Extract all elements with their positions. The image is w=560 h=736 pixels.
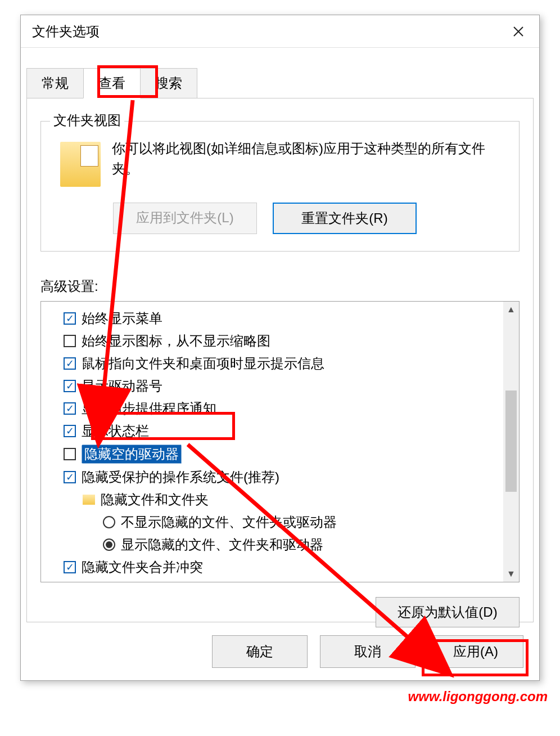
tab-content: 文件夹视图 你可以将此视图(如详细信息或图标)应用于这种类型的所有文件夹。 应用… [26,98,534,622]
list-item-label: 始终显示菜单 [82,309,162,327]
list-item-label: 隐藏文件和文件夹 [101,491,209,509]
cancel-button[interactable]: 取消 [320,635,416,668]
checkbox[interactable]: ✓ [64,561,76,573]
list-item[interactable]: 不显示隐藏的文件、文件夹或驱动器 [64,511,500,533]
watermark-text: www.ligonggong.com [408,689,548,704]
close-button[interactable] [504,17,532,46]
tab-strip: 常规 查看 搜索 [21,68,539,98]
dialog-buttons: 确定 取消 应用(A) [212,635,523,668]
list-item-label: 显示驱动器号 [82,377,162,395]
titlebar: 文件夹选项 [21,15,539,48]
folder-options-dialog: 文件夹选项 常规 查看 搜索 文件夹视图 你可以将此视图(如详细信息或图标)应用… [20,15,540,681]
list-item[interactable]: ✓鼠标指向文件夹和桌面项时显示提示信息 [64,352,500,375]
list-item[interactable]: 隐藏已知文件类型的扩展名 [64,578,500,582]
list-item-label: 显示状态栏 [82,422,149,440]
list-item-label: 隐藏空的驱动器 [82,445,182,464]
scroll-down-icon[interactable]: ▼ [503,566,519,582]
list-item[interactable]: ✓显示驱动器号 [64,375,500,397]
folder-view-group: 文件夹视图 你可以将此视图(如详细信息或图标)应用于这种类型的所有文件夹。 应用… [40,121,520,252]
list-item[interactable]: 隐藏文件和文件夹 [64,488,500,511]
checkbox[interactable] [64,335,76,347]
checkbox[interactable]: ✓ [64,402,76,415]
radio[interactable] [103,538,115,551]
ok-button[interactable]: 确定 [212,635,308,668]
checkbox[interactable]: ✓ [64,425,76,437]
checkbox[interactable]: ✓ [64,471,76,483]
list-item-label: 始终显示图标，从不显示缩略图 [82,332,270,350]
list-item-label: 不显示隐藏的文件、文件夹或驱动器 [121,513,337,531]
list-item-label: 隐藏已知文件类型的扩展名 [82,581,243,582]
checkbox[interactable]: ✓ [64,357,76,370]
scroll-up-icon[interactable]: ▲ [503,302,519,317]
folder-view-group-title: 文件夹视图 [50,111,124,129]
list-item[interactable]: ✓隐藏受保护的操作系统文件(推荐) [64,466,500,488]
checkbox[interactable] [64,448,76,460]
advanced-settings-list[interactable]: ✓始终显示菜单始终显示图标，从不显示缩略图✓鼠标指向文件夹和桌面项时显示提示信息… [40,301,520,582]
tab-general[interactable]: 常规 [26,68,84,98]
list-item-label: 隐藏受保护的操作系统文件(推荐) [82,468,279,486]
list-item-label: 显示隐藏的文件、文件夹和驱动器 [121,536,323,554]
list-item-label: 鼠标指向文件夹和桌面项时显示提示信息 [82,354,324,373]
folder-icon [60,142,101,187]
tab-search[interactable]: 搜索 [140,68,197,98]
restore-defaults-button[interactable]: 还原为默认值(D) [376,597,520,627]
folder-view-description: 你可以将此视图(如详细信息或图标)应用于这种类型的所有文件夹。 [112,138,505,179]
scrollbar[interactable]: ▲ ▼ [503,302,519,582]
apply-button[interactable]: 应用(A) [428,635,523,668]
list-item[interactable]: 始终显示图标，从不显示缩略图 [64,330,500,352]
tab-view[interactable]: 查看 [83,68,141,98]
advanced-settings-label: 高级设置: [40,277,520,295]
list-item[interactable]: 隐藏空的驱动器 [64,442,500,466]
apply-to-folders-button: 应用到文件夹(L) [113,203,257,234]
checkbox[interactable]: ✓ [64,380,76,392]
checkbox[interactable]: ✓ [64,312,76,325]
list-item-label: 显示同步提供程序通知 [82,400,216,418]
list-item[interactable]: ✓隐藏文件夹合并冲突 [64,556,500,578]
folder-icon [83,495,95,505]
list-item[interactable]: ✓显示同步提供程序通知 [64,397,500,420]
close-icon [513,26,524,37]
dialog-title: 文件夹选项 [32,23,504,41]
list-item[interactable]: 显示隐藏的文件、文件夹和驱动器 [64,533,500,556]
scroll-thumb[interactable] [505,391,517,492]
list-item[interactable]: ✓始终显示菜单 [64,307,500,330]
reset-folders-button[interactable]: 重置文件夹(R) [273,203,417,234]
radio[interactable] [103,516,115,528]
list-item[interactable]: ✓显示状态栏 [64,420,500,442]
list-item-label: 隐藏文件夹合并冲突 [82,558,203,576]
